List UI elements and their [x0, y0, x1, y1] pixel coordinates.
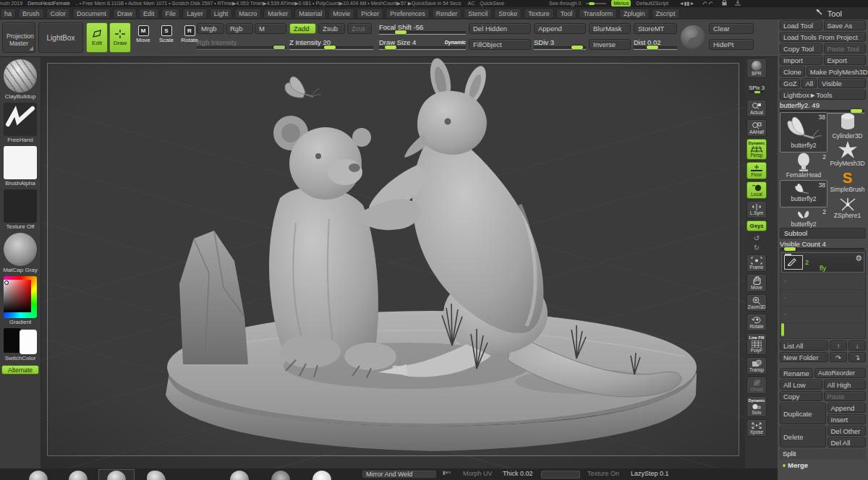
texture-off-thumbnail[interactable] [4, 189, 37, 223]
z-intensity-slider[interactable]: Z Intensity 20 [289, 38, 373, 50]
subtool-gear-icon[interactable]: ⚙ [855, 254, 862, 263]
menu-item[interactable]: Brush [18, 9, 44, 19]
move-view-button[interactable]: Move [746, 274, 767, 292]
stroke-selector[interactable]: FreeHand [4, 103, 37, 143]
del-all-button[interactable]: Del All [827, 437, 867, 447]
matcap-gray-thumbnail[interactable] [4, 233, 37, 266]
menu-item[interactable]: Macro [234, 9, 261, 19]
rotate-view-button[interactable]: Rotate [746, 314, 767, 331]
list-all-button[interactable]: List All [780, 340, 828, 351]
storemt-button[interactable]: StoreMT [634, 23, 677, 34]
tool-item-simplebrush[interactable]: S SimpleBrush [829, 170, 866, 197]
move-out-folder-button[interactable]: ↷ [830, 352, 847, 362]
goz-visible-button[interactable]: Visible [818, 78, 866, 88]
export-button[interactable]: Export [824, 55, 867, 65]
move-into-folder-button[interactable]: ↴ [848, 352, 866, 362]
subtool-empty-row[interactable] [780, 273, 865, 290]
menu-item[interactable]: Color [46, 9, 71, 19]
lock-icon[interactable] [722, 0, 727, 7]
new-folder-button[interactable]: New Folder [780, 352, 828, 362]
menu-item[interactable]: File [161, 9, 181, 19]
subtool-section-header[interactable]: Subtool [780, 228, 866, 239]
customize-hand-icon[interactable] [702, 0, 714, 7]
brush-thumb-1[interactable] [29, 471, 48, 480]
import-button[interactable]: Import [780, 55, 822, 65]
goz-button[interactable]: GoZ [780, 78, 800, 88]
brush-selector[interactable]: ClayBuildup [4, 59, 37, 100]
material-selector[interactable]: MatCap Gray [3, 233, 38, 273]
zoom3d-button[interactable]: Zoom3D [746, 294, 767, 312]
mirror-and-weld-button[interactable]: Mirror And Weld [362, 470, 437, 479]
material-sphere-icon[interactable] [681, 25, 705, 50]
mrgb-button[interactable]: Mrgb [197, 23, 224, 34]
copy-subtool-button[interactable]: Copy [780, 391, 822, 401]
paste-subtool-button[interactable]: Paste [824, 391, 867, 401]
subtool-down-button[interactable]: ↓ [848, 340, 866, 351]
load-tool-button[interactable]: Load Tool [780, 20, 822, 30]
all-high-button[interactable]: All High [824, 380, 867, 390]
menu-item[interactable]: Zplugin [619, 9, 650, 19]
tool-item-zsphere1[interactable]: ZSphere1 [829, 197, 866, 223]
brush-thumb-7[interactable] [312, 471, 331, 480]
tool-item-cylinder3d[interactable]: Cylinder3D [829, 112, 866, 141]
spin-right-icon[interactable]: ↻ [746, 243, 767, 252]
append-subtool-button[interactable]: Append [827, 403, 867, 413]
split-section-header[interactable]: Split [780, 449, 866, 459]
del-hidden-button[interactable]: Del Hidden [469, 23, 531, 34]
all-low-button[interactable]: All Low [780, 380, 822, 390]
transp-button[interactable]: Transp [746, 357, 767, 374]
scale-button[interactable]: S Scale [156, 25, 177, 43]
menu-item[interactable]: Transform [579, 9, 617, 19]
inverse-button[interactable]: Inverse [589, 39, 631, 50]
autoreorder-button[interactable]: AutoReorder [814, 368, 866, 378]
menu-item[interactable]: Movie [328, 9, 354, 19]
save-as-button[interactable]: Save As [824, 20, 867, 30]
switch-color[interactable]: SwitchColor [4, 328, 37, 361]
menu-item[interactable]: Stencil [464, 9, 492, 19]
current-tool-slider[interactable]: butterfly2. 49 [780, 101, 866, 111]
subtool-item-fly[interactable]: 2 ⚙ fly [781, 252, 864, 273]
spin-left-icon[interactable]: ↺ [746, 233, 767, 243]
lazystep-slider[interactable]: LazyStep 0.1 [631, 470, 669, 477]
morph-uv-button[interactable]: Morph UV [463, 470, 493, 477]
default-zscript-button[interactable]: DefaultZScript [636, 0, 668, 7]
xpose-button[interactable]: Xpose [746, 419, 767, 437]
document-canvas[interactable] [41, 56, 745, 468]
tool-item-butterfly2-c[interactable]: 2 butterfly2 [780, 207, 827, 229]
fillobject-button[interactable]: FillObject [469, 39, 531, 50]
brush-thumb-6[interactable] [271, 471, 290, 480]
zsub-button[interactable]: Zsub [318, 23, 345, 34]
draw-button[interactable]: Draw [109, 22, 131, 53]
copy-tool-button[interactable]: Copy Tool [780, 43, 822, 53]
quicksave-button[interactable]: QuickSave [480, 0, 504, 7]
projection-master-button[interactable]: ProjectionMaster [2, 22, 35, 53]
clone-button[interactable]: Clone [780, 67, 805, 77]
dist-slider[interactable]: Dist 0.02 [634, 38, 677, 50]
texture-on-button[interactable]: Texture On [587, 470, 619, 477]
duplicate-button[interactable]: Duplicate [780, 403, 826, 424]
menu-item[interactable]: Texture [524, 9, 554, 19]
menu-item[interactable]: Edit [139, 9, 159, 19]
delete-button[interactable]: Delete [780, 426, 826, 447]
zcut-button[interactable]: Zcut [347, 23, 372, 34]
menu-item[interactable]: Preferences [386, 9, 430, 19]
aahalf-button[interactable]: AAHalf [746, 119, 767, 137]
tool-item-butterfly2-active[interactable]: 38 butterfly2 [780, 112, 827, 153]
thick-slider[interactable]: Thick 0.02 [503, 470, 533, 477]
gxyz-button[interactable]: Gxyz [746, 220, 767, 231]
draw-size-slider[interactable]: Draw Size 4Dynamic [379, 38, 466, 50]
subtool-scrollbar[interactable] [781, 323, 784, 336]
clear-button[interactable]: Clear [709, 23, 754, 34]
append-button[interactable]: Append [534, 23, 586, 34]
thick-input[interactable] [541, 471, 580, 479]
gradient-picker-thumbnail[interactable] [4, 276, 37, 318]
edit-button[interactable]: Edit [86, 22, 108, 53]
brush-alpha-thumbnail[interactable] [4, 146, 37, 179]
ghost-button[interactable]: Ghost [746, 377, 767, 394]
load-tools-from-project-button[interactable]: Load Tools From Project [780, 32, 866, 42]
divider-arrows-icon[interactable]: ◄▮▮► [679, 0, 695, 7]
menu-item[interactable]: Zscript [652, 9, 680, 19]
brush-thumb-5[interactable] [230, 471, 249, 480]
menu-item[interactable]: ha [0, 9, 16, 19]
subtool-up-button[interactable]: ↑ [830, 340, 847, 351]
